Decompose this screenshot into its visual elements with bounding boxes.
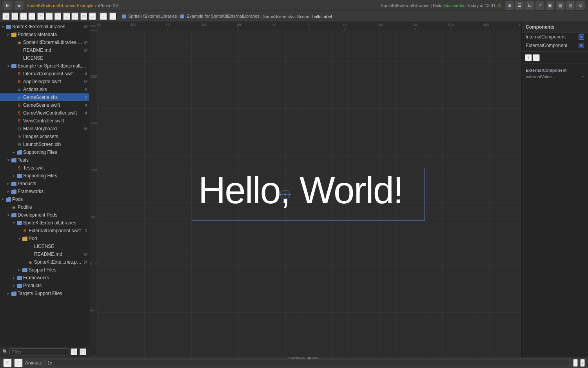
- toolbar-btn-3[interactable]: ⊡: [525, 1, 534, 10]
- toggle-podspec-meta[interactable]: ▸: [5, 32, 11, 37]
- tree-item-frameworks2[interactable]: ▸Frameworks: [0, 274, 89, 282]
- tree-item-support-files3[interactable]: ▸Support Files: [0, 266, 89, 274]
- file-label-pods: Pods: [12, 197, 87, 202]
- toggle-support-files3[interactable]: ▸: [16, 267, 22, 273]
- nav-back-button[interactable]: ‹: [100, 13, 107, 20]
- animate-label[interactable]: Animate: [25, 360, 42, 366]
- tree-item-products2[interactable]: ▸Products: [0, 282, 89, 290]
- toggle-products2[interactable]: ▸: [11, 283, 16, 288]
- toggle-supporting-files[interactable]: ▸: [11, 149, 16, 155]
- file-icon-pods: [5, 197, 11, 202]
- toolbar-icon-9[interactable]: ◯: [71, 13, 79, 20]
- breadcrumb-item-2[interactable]: GameScene.sks: [262, 14, 294, 19]
- toggle-frameworks2[interactable]: ▸: [11, 275, 16, 281]
- tree-item-podfile[interactable]: ◉Podfile: [0, 203, 89, 211]
- toolbar-btn-5[interactable]: ▣: [546, 1, 554, 10]
- toggle-spritkit-lib[interactable]: ▾: [11, 220, 16, 226]
- tree-item-license[interactable]: ·LICENSE: [0, 54, 89, 62]
- canvas-body[interactable]: -400-320-240-160-80080160 Hello, World!: [89, 30, 521, 357]
- tree-item-gameviewcontroller[interactable]: SGameViewController.swiftA: [0, 109, 89, 117]
- playback-increase-btn[interactable]: +: [304, 366, 312, 368]
- comp-check-0[interactable]: [579, 34, 584, 40]
- toolbar-icon-8[interactable]: ⊿: [63, 13, 71, 20]
- toolbar-icon-11[interactable]: ∞: [89, 13, 96, 20]
- toolbar-icon-10[interactable]: ⬔: [80, 13, 88, 20]
- zoom-out-btn[interactable]: −: [573, 359, 578, 367]
- zoom-in-btn[interactable]: +: [580, 359, 585, 367]
- toolbar-icon-5[interactable]: ⚑: [37, 13, 45, 20]
- tree-item-podspec-file[interactable]: ◉SpriteKitExternalLibraries.podspecM: [0, 38, 89, 46]
- comp-prop-edit-0[interactable]: +: [582, 75, 584, 79]
- breadcrumb-item-4[interactable]: helloLabel: [312, 14, 332, 19]
- animate-bg-btn[interactable]: ◻: [14, 359, 23, 367]
- tree-item-spritkit-lib[interactable]: ▾SpriteKitExternalLibraries: [0, 219, 89, 227]
- tree-item-images[interactable]: ⊞Images.xcassets: [0, 133, 89, 140]
- tree-item-actions[interactable]: ◈Actions.sksA: [0, 86, 89, 93]
- tree-item-readme[interactable]: ·README.mdM: [0, 46, 89, 54]
- toolbar-icon-2[interactable]: ☐: [11, 13, 19, 20]
- tree-item-frameworks[interactable]: ▸Frameworks: [0, 188, 89, 195]
- breadcrumb-item-3[interactable]: Scene: [297, 14, 309, 19]
- toolbar-btn-2[interactable]: ☰: [515, 1, 524, 10]
- comp-remove-btn[interactable]: −: [533, 54, 540, 61]
- toolbar-btn-1[interactable]: ⊞: [505, 1, 514, 10]
- tree-item-example[interactable]: ▾Example for SpriteKitExternalLibraries: [0, 62, 89, 70]
- tree-item-pod-readme[interactable]: ·README.mdM: [0, 250, 89, 258]
- tree-item-internal[interactable]: SInternalComponent.swiftA: [0, 70, 89, 78]
- toolbar-btn-4[interactable]: ↗: [535, 1, 544, 10]
- toolbar-icon-1[interactable]: ⊞: [2, 13, 10, 20]
- comp-check-1[interactable]: [579, 43, 584, 48]
- tree-item-supporting-files[interactable]: ▸Supporting Files: [0, 148, 89, 156]
- tree-item-tests[interactable]: ▾Tests: [0, 156, 89, 164]
- hello-world-label-container[interactable]: Hello, World!: [192, 168, 425, 221]
- toggle-frameworks[interactable]: ▸: [5, 189, 11, 194]
- tree-item-dev-pods[interactable]: ▾Development Pods: [0, 211, 89, 219]
- toggle-pod-folder[interactable]: ▾: [16, 236, 22, 241]
- tree-item-pod-license[interactable]: ·LICENSE: [0, 242, 89, 250]
- toggle-root[interactable]: ▾: [0, 24, 5, 29]
- tree-item-pod-podspec[interactable]: ◉SpriteKitExte...ries.podspecM: [0, 258, 89, 266]
- toolbar-btn-6[interactable]: ▤: [556, 1, 564, 10]
- tree-item-viewcontroller[interactable]: SViewController.swift: [0, 117, 89, 125]
- nav-forward-button[interactable]: ›: [109, 13, 117, 20]
- toggle-dev-pods[interactable]: ▾: [5, 212, 11, 218]
- tree-item-gamescene-sks[interactable]: ◈GameScene.sksA: [0, 93, 89, 101]
- tree-item-podspec-meta[interactable]: ▸Podspec Metadata: [0, 31, 89, 38]
- tree-item-targets-support[interactable]: ▸Targets Support Files: [0, 290, 89, 297]
- toolbar-btn-7[interactable]: ▥: [566, 1, 575, 10]
- toggle-tests[interactable]: ▾: [5, 157, 11, 163]
- comp-add-btn[interactable]: +: [525, 54, 532, 61]
- tree-item-tests-swift[interactable]: STests.swift: [0, 164, 89, 172]
- toolbar-icon-6[interactable]: ⬡: [45, 13, 53, 20]
- tree-item-pods[interactable]: ▾Pods: [0, 195, 89, 203]
- tree-item-gamescene-swift[interactable]: SGameScene.swiftA: [0, 101, 89, 109]
- tree-item-appdelegate[interactable]: SAppDelegate.swiftM: [0, 78, 89, 86]
- tree-item-supporting-files2[interactable]: ▸Supporting Files: [0, 172, 89, 180]
- toolbar-icon-7[interactable]: ⊳: [54, 13, 62, 20]
- tree-item-external-comp[interactable]: SExternalComponent.swiftR: [0, 227, 89, 235]
- stop-button[interactable]: ■: [15, 1, 24, 10]
- toggle-products[interactable]: ▸: [5, 181, 11, 186]
- component-item-0[interactable]: InternalComponent: [522, 33, 588, 41]
- component-item-1[interactable]: ExternalComponent: [522, 41, 588, 50]
- toolbar-icon-3[interactable]: ⋮: [20, 13, 27, 20]
- tree-item-products[interactable]: ▸Products: [0, 180, 89, 188]
- toggle-targets-support[interactable]: ▸: [5, 291, 11, 296]
- tree-item-pod-folder[interactable]: ▾Pod: [0, 235, 89, 242]
- tree-item-main-storyboard[interactable]: ⊟Main.storyboardM: [0, 125, 89, 133]
- badge-root: M: [84, 25, 87, 29]
- run-button[interactable]: ▶: [3, 1, 12, 10]
- toggle-example[interactable]: ▾: [5, 63, 11, 69]
- ruler-mark-80: 80: [343, 23, 347, 27]
- toggle-supporting-files2[interactable]: ▸: [11, 173, 16, 179]
- toggle-pods[interactable]: ▾: [0, 197, 5, 202]
- animate-grid-btn[interactable]: ⊞: [3, 359, 12, 367]
- breadcrumb-item-1[interactable]: Example for SpriteKitExternalLibraries: [180, 14, 260, 19]
- tree-item-root[interactable]: ▾SpriteKitExternalLibrariesM: [0, 23, 89, 31]
- breadcrumb-item-0[interactable]: SpriteKitExternalLibraries: [122, 14, 177, 19]
- svg-rect-1: [180, 15, 184, 18]
- tree-item-launchscreen[interactable]: ⊟LaunchScreen.xib: [0, 140, 89, 148]
- toolbar-btn-8[interactable]: ⊙: [576, 1, 585, 10]
- file-label-spritkit-lib: SpriteKitExternalLibraries: [23, 220, 87, 226]
- toolbar-icon-4[interactable]: ⌕: [28, 13, 36, 20]
